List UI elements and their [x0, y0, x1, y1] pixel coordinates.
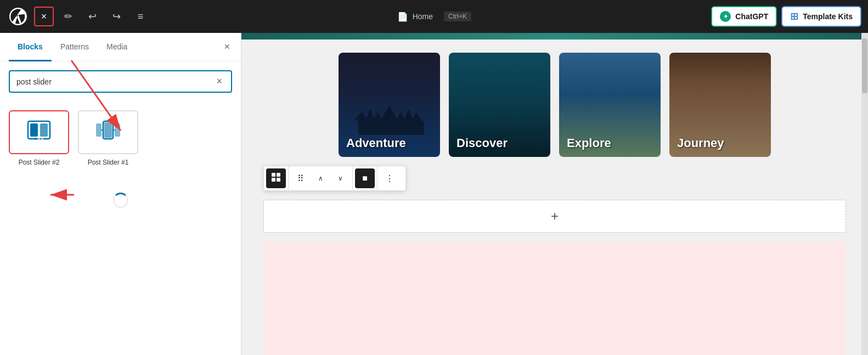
tab-media[interactable]: Media: [98, 33, 136, 61]
layout-icon: [271, 172, 281, 184]
block-style-icon: ■: [362, 173, 368, 183]
chevron-down-icon: ∨: [338, 174, 343, 182]
chatgpt-label: ChatGPT: [735, 12, 768, 21]
svg-rect-2: [40, 123, 48, 137]
chevron-up-icon: ∧: [318, 174, 323, 182]
close-button[interactable]: ×: [34, 7, 54, 26]
post-slider-2-icon: [26, 119, 52, 145]
svg-point-5: [41, 138, 43, 140]
chatgpt-button[interactable]: ✦ ChatGPT: [711, 6, 777, 27]
home-label: Home: [413, 12, 433, 21]
slider-cards: Adventure Discover Explore Journey: [263, 53, 846, 157]
post-slider-1-icon: [95, 119, 121, 145]
search-clear-button[interactable]: ×: [214, 76, 224, 87]
undo-icon: ↩: [88, 10, 97, 22]
block-item-post-slider-1[interactable]: Post Slider #1: [78, 110, 138, 166]
search-area: ×: [0, 61, 241, 102]
move-down-button[interactable]: ∨: [330, 168, 350, 188]
svg-rect-1: [30, 123, 38, 137]
blocks-grid: Post Slider #2: [0, 102, 241, 175]
block-label-2: Post Slider #2: [19, 159, 60, 166]
top-toolbar: × ✏ ↩ ↪ ≡ 📄 Home Ctrl+K ✦ ChatGPT ⊞ Temp…: [0, 0, 868, 33]
toolbar-group-drag: ⠿ ∧ ∨: [289, 166, 353, 190]
block-toolbar: ⠿ ∧ ∨ ■ ⋮: [263, 166, 406, 191]
add-block-button[interactable]: +: [551, 209, 559, 224]
toolbar-center: 📄 Home Ctrl+K: [155, 8, 707, 25]
sidebar: Blocks Patterns Media × ×: [0, 33, 241, 355]
slider-card-explore: Explore: [559, 53, 661, 157]
block-label-1: Post Slider #1: [88, 159, 129, 166]
redo-icon: ↪: [112, 10, 121, 22]
main-layout: Blocks Patterns Media × ×: [0, 33, 868, 355]
wp-logo[interactable]: [7, 5, 30, 28]
svg-rect-17: [272, 178, 275, 182]
template-kits-icon: ⊞: [790, 10, 798, 22]
spinner: [113, 193, 128, 208]
menu-icon: ≡: [138, 11, 144, 22]
loading-spinner: [0, 175, 241, 226]
template-kits-label: Template Kits: [803, 12, 853, 21]
drag-icon: ⠿: [297, 173, 304, 184]
tab-patterns[interactable]: Patterns: [52, 33, 98, 61]
card-label-explore: Explore: [559, 129, 619, 157]
sidebar-close-button[interactable]: ×: [222, 39, 232, 55]
scrollbar[interactable]: [861, 33, 868, 355]
block-icon-box-2: [9, 110, 69, 154]
pink-section: [263, 241, 846, 355]
scrollbar-thumb[interactable]: [862, 38, 867, 93]
block-style-button[interactable]: ■: [355, 168, 375, 188]
pencil-icon: ✏: [64, 10, 72, 22]
template-kits-button[interactable]: ⊞ Template Kits: [781, 6, 861, 27]
block-icon-box-1: [78, 110, 138, 154]
move-up-button[interactable]: ∧: [311, 168, 330, 188]
card-label-adventure: Adventure: [339, 129, 414, 157]
redo-button[interactable]: ↪: [106, 7, 126, 26]
teal-bar: [241, 33, 868, 40]
undo-button[interactable]: ↩: [82, 7, 102, 26]
svg-rect-15: [272, 173, 275, 177]
block-item-post-slider-2[interactable]: Post Slider #2: [9, 110, 69, 166]
layout-button[interactable]: [266, 168, 286, 188]
sidebar-tabs: Blocks Patterns Media ×: [0, 33, 241, 61]
card-label-discover: Discover: [449, 129, 515, 157]
card-label-journey: Journey: [669, 129, 732, 157]
more-icon: ⋮: [385, 173, 394, 184]
menu-button[interactable]: ≡: [131, 7, 150, 26]
content-area: Adventure Discover Explore Journey: [241, 33, 868, 355]
slider-card-journey: Journey: [669, 53, 771, 157]
toolbar-right: ✦ ChatGPT ⊞ Template Kits: [711, 6, 861, 27]
toolbar-group-style: ■: [353, 166, 377, 190]
search-box: ×: [9, 70, 232, 93]
svg-rect-9: [115, 123, 120, 137]
more-options-button[interactable]: ⋮: [380, 168, 399, 188]
toolbar-group-more: ⋮: [377, 166, 402, 190]
svg-point-3: [35, 138, 37, 140]
svg-rect-16: [277, 173, 280, 177]
svg-rect-6: [96, 123, 102, 137]
shortcut-badge: Ctrl+K: [444, 12, 471, 21]
toolbar-group-layout: [264, 166, 289, 190]
chatgpt-icon: ✦: [720, 11, 731, 22]
svg-rect-18: [277, 178, 280, 182]
slider-card-discover: Discover: [449, 53, 550, 157]
plus-area[interactable]: +: [263, 200, 846, 233]
home-button[interactable]: 📄 Home: [391, 8, 439, 25]
svg-point-4: [38, 138, 40, 140]
slider-section: Adventure Discover Explore Journey: [241, 40, 868, 166]
svg-rect-8: [104, 122, 112, 138]
search-input[interactable]: [16, 77, 210, 86]
pencil-button[interactable]: ✏: [58, 7, 78, 26]
tab-blocks[interactable]: Blocks: [9, 33, 52, 61]
slider-card-adventure: Adventure: [339, 53, 440, 157]
document-icon: 📄: [397, 12, 408, 22]
drag-button[interactable]: ⠿: [291, 168, 311, 188]
